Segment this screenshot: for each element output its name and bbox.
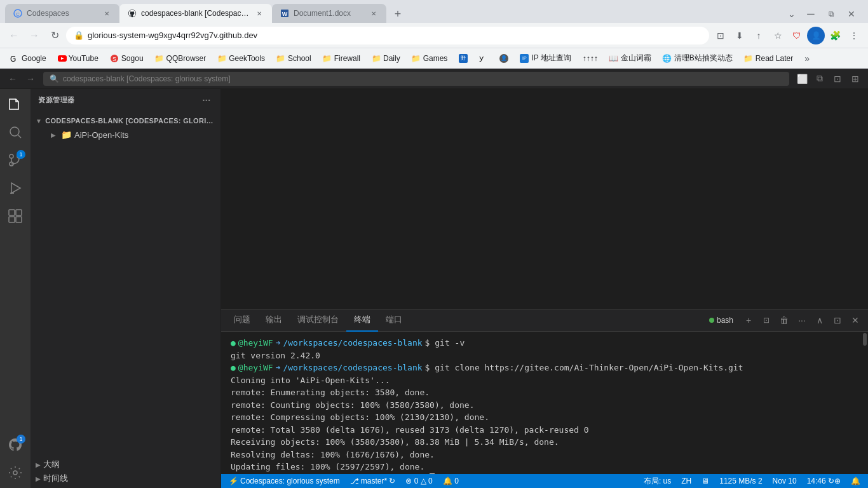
terminal-line-9: Resolving deltas: 100% (1676/1676), done… [231,449,854,461]
sidebar-outline[interactable]: ▶ 大纲 [31,458,220,471]
restore-button[interactable]: ⧉ [822,5,840,23]
bookmark-arrows[interactable]: ↑↑↑↑ [578,51,603,66]
bookmark-clean[interactable]: 🌐 清理B站抽奖动态 [658,51,738,66]
extensions-button[interactable]: 🧩 [826,27,844,44]
shield-button[interactable]: 🛡 [788,27,806,44]
activity-search[interactable] [3,119,28,145]
activity-settings[interactable] [3,460,28,485]
tab3-close[interactable]: ✕ [369,8,379,18]
vscode-search-bar[interactable]: 🔍 codespaces-blank [Codespaces: glorious… [43,72,789,86]
terminal-close-button[interactable]: ✕ [848,313,863,328]
workspace-chevron: ▼ [36,118,43,125]
activity-explorer[interactable] [3,92,28,117]
terminal-line-2: git version 2.42.0 [231,349,854,362]
tab1-close[interactable]: ✕ [102,8,112,18]
status-date[interactable]: Nov 10 [770,474,799,488]
share-button[interactable]: ↑ [750,27,768,44]
bookmark-google[interactable]: G Google [5,51,51,66]
tab3-favicon: W [280,8,290,18]
firewall-favicon: 📁 [323,54,332,63]
bookmark-ip-label: IP 地址查询 [531,53,571,64]
tree-folder-aipi[interactable]: ▶ 📁 AiPi-Open-Kits [31,128,220,142]
bookmark-jinshan[interactable]: 📖 金山词霸 [604,51,656,66]
activity-github[interactable]: 1 [3,432,28,458]
layout-btn3[interactable]: ⊡ [830,71,845,86]
bookmark-readlater[interactable]: 📁 Read Later [739,51,798,66]
status-layout[interactable]: 布局: us [641,474,674,488]
status-time[interactable]: 14:46 ↻⊕ [804,474,843,488]
vscode-forward-button[interactable]: → [23,71,38,86]
bookmark-school[interactable]: 📁 School [271,51,316,66]
browser-tab-2[interactable]: codespaces-blank [Codespace... ✕ [119,4,272,23]
browser-tab-3[interactable]: W Document1.docx ✕ [272,4,386,23]
sidebar-more-button[interactable]: ··· [200,94,213,107]
bookmark-geektools[interactable]: 📁 GeekTools [212,51,270,66]
terminal-split-button[interactable]: ⊡ [759,313,774,328]
layout-btn1[interactable]: ⬜ [794,71,810,86]
status-bell[interactable]: 🔔 [848,474,863,488]
panel-tab-debug[interactable]: 调试控制台 [290,309,346,332]
timeline-chevron: ▶ [36,475,41,482]
bookmark-daily[interactable]: 📁 Daily [367,51,405,66]
bookmark-misc1[interactable]: 野 [454,51,473,66]
close-button[interactable]: ✕ [843,5,860,23]
status-errors[interactable]: ⊗ 0 △ 0 [403,474,435,488]
minimize-button[interactable]: ─ [802,5,820,23]
activity-git[interactable]: 1 [3,147,28,173]
clean-favicon: 🌐 [663,54,672,63]
status-branch[interactable]: ⎇ master* ↻ [348,474,398,488]
bookmark-star-button[interactable]: ☆ [769,27,787,44]
bookmark-youtube-label: YouTube [69,54,98,63]
terminal-scrollbar-thumb [863,333,867,346]
panel-tab-output[interactable]: 输出 [258,309,290,332]
panel-tab-terminal[interactable]: 终端 [346,309,378,332]
tab-list-button[interactable]: ⌄ [784,6,799,22]
panel-tab-problems[interactable]: 问题 [226,309,258,332]
reload-button[interactable]: ↻ [46,27,64,44]
bookmark-sogou-label: Sogou [121,54,144,63]
bookmark-sogou[interactable]: S Sogou [105,51,149,66]
address-bar[interactable]: 🔒 glorious-system-wg9xgv4qrr92vg7v.githu… [66,27,709,44]
terminal-up-button[interactable]: ∧ [812,313,827,328]
profile-button[interactable]: 👤 [807,27,825,44]
activity-run[interactable] [3,175,28,201]
vscode-back-button[interactable]: ← [5,71,20,86]
bookmark-qqbrowser-label: QQBrowser [166,54,207,63]
split-button[interactable]: ⊡ [712,27,729,44]
bookmarks-more-button[interactable]: » [799,51,815,66]
bookmark-firewall[interactable]: 📁 Firewall [318,51,365,66]
terminal-scrollbar[interactable] [862,332,868,474]
bookmark-ip[interactable]: IP IP 地址查询 [515,51,576,66]
terminal-add-button[interactable]: + [741,313,756,328]
sidebar-timeline[interactable]: ▶ 时间线 [31,471,220,485]
tab2-close[interactable]: ✕ [254,8,264,18]
terminal-area[interactable]: ● @heyiWF ➜ /workspaces/codespaces-blank… [223,332,862,474]
new-tab-button[interactable]: + [389,5,407,23]
menu-button[interactable]: ⋮ [845,27,863,44]
bookmark-misc2[interactable]: У [474,51,493,66]
bookmark-misc3[interactable]: 👤 [494,51,513,66]
status-network[interactable]: 1125 MB/s 2 [717,474,764,488]
layout-btn2[interactable]: ⧉ [812,71,827,86]
bookmark-qqbrowser[interactable]: 📁 QQBrowser [150,51,212,66]
vscode-topbar: ← → 🔍 codespaces-blank [Codespaces: glor… [0,69,868,89]
forward-button[interactable]: → [25,27,43,44]
back-button[interactable]: ← [5,27,23,44]
status-notifications[interactable]: 🔔 0 [440,474,461,488]
panel-tab-ports[interactable]: 端口 [378,309,410,332]
status-screen[interactable]: 🖥 [699,474,712,488]
bookmark-youtube[interactable]: YouTube [53,51,104,66]
status-zh[interactable]: ZH [679,474,694,488]
terminal-trash-button[interactable]: 🗑 [776,313,792,328]
svg-text:S: S [112,56,116,62]
svg-rect-22 [16,217,22,222]
terminal-more-button[interactable]: ··· [794,313,810,328]
activity-extensions[interactable] [3,203,28,229]
layout-btn4[interactable]: ⊞ [848,71,863,86]
download-button[interactable]: ⬇ [731,27,749,44]
terminal-maximize-button[interactable]: ⊡ [830,313,845,328]
tree-root-workspace[interactable]: ▼ CODESPACES-BLANK [CODESPACES: GLORIOUS… [31,114,220,128]
browser-tab-1[interactable]: C Codespaces ✕ [5,4,119,23]
status-codespaces[interactable]: ⚡ Codespaces: glorious system [226,474,342,488]
bookmark-games[interactable]: 📁 Games [407,51,453,66]
